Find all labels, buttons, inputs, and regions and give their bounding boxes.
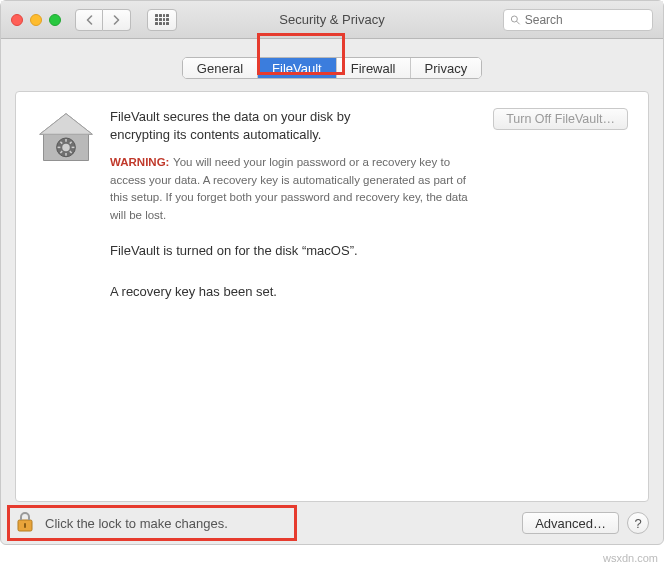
status-block: FileVault is turned on for the disk “mac… xyxy=(110,243,628,325)
search-field-wrap[interactable] xyxy=(503,9,653,31)
zoom-window-button[interactable] xyxy=(49,14,61,26)
footer-right-buttons: Advanced… ? xyxy=(522,512,649,534)
nav-buttons xyxy=(75,9,131,31)
content-panel: FileVault secures the data on your disk … xyxy=(15,91,649,502)
lock-icon[interactable] xyxy=(15,510,35,537)
tab-filevault[interactable]: FileVault xyxy=(258,58,337,78)
forward-button[interactable] xyxy=(103,9,131,31)
chevron-right-icon xyxy=(112,15,121,25)
tab-bar: General FileVault Firewall Privacy xyxy=(182,57,482,79)
help-button[interactable]: ? xyxy=(627,512,649,534)
filevault-description: FileVault secures the data on your disk … xyxy=(110,108,380,143)
titlebar: Security & Privacy xyxy=(1,1,663,39)
footer: Click the lock to make changes. Advanced… xyxy=(1,502,663,544)
warning-label: WARNING: xyxy=(110,156,169,168)
filevault-description-column: FileVault secures the data on your disk … xyxy=(110,108,479,223)
grid-icon xyxy=(155,14,169,26)
filevault-status-line: FileVault is turned on for the disk “mac… xyxy=(110,243,628,258)
filevault-icon xyxy=(36,108,96,223)
recovery-key-line: A recovery key has been set. xyxy=(110,284,628,299)
filevault-top-row: FileVault secures the data on your disk … xyxy=(36,108,628,223)
svg-point-5 xyxy=(62,144,70,152)
back-button[interactable] xyxy=(75,9,103,31)
turn-off-filevault-button[interactable]: Turn Off FileVault… xyxy=(493,108,628,130)
preferences-window: Security & Privacy General FileVault Fir… xyxy=(0,0,664,545)
svg-marker-3 xyxy=(40,114,93,135)
search-input[interactable] xyxy=(525,13,646,27)
tab-firewall[interactable]: Firewall xyxy=(337,58,411,78)
svg-line-1 xyxy=(517,21,520,24)
chevron-left-icon xyxy=(85,15,94,25)
show-all-button[interactable] xyxy=(147,9,177,31)
minimize-window-button[interactable] xyxy=(30,14,42,26)
lock-row: Click the lock to make changes. xyxy=(15,510,228,537)
tab-privacy[interactable]: Privacy xyxy=(411,58,482,78)
close-window-button[interactable] xyxy=(11,14,23,26)
lock-text: Click the lock to make changes. xyxy=(45,516,228,531)
window-controls xyxy=(11,14,61,26)
svg-rect-15 xyxy=(24,523,26,528)
tab-general[interactable]: General xyxy=(183,58,258,78)
advanced-button[interactable]: Advanced… xyxy=(522,512,619,534)
tabs-row: General FileVault Firewall Privacy xyxy=(1,39,663,79)
search-icon xyxy=(510,14,521,26)
watermark: wsxdn.com xyxy=(603,552,658,564)
